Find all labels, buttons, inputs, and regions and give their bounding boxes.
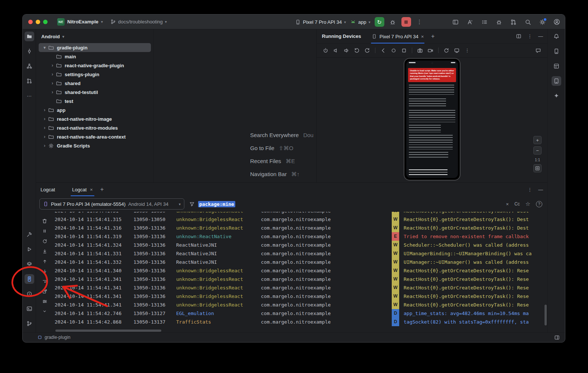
- emulator-phone-display[interactable]: Unable to load script. Make sure you're …: [404, 58, 461, 181]
- zoom-out-button[interactable]: −: [533, 146, 542, 155]
- zoom-in-button[interactable]: +: [533, 136, 542, 144]
- logcat-device-selector[interactable]: Pixel 7 Pro API 34 (emulator-5554) Andro…: [39, 198, 184, 210]
- notifications-bell-icon[interactable]: [552, 32, 561, 41]
- build-tool-button[interactable]: [25, 230, 34, 239]
- more-run-actions-button[interactable]: ⋮: [415, 17, 424, 26]
- chevron-down-icon[interactable]: ▾: [42, 45, 48, 50]
- android-back-button-icon[interactable]: [379, 46, 387, 55]
- pause-logcat-icon[interactable]: [41, 228, 48, 234]
- add-device-tab-button[interactable]: +: [431, 33, 434, 40]
- logcat-tab[interactable]: Logcat ×: [68, 183, 97, 196]
- project-tool-button[interactable]: [25, 32, 34, 41]
- restart-logcat-icon[interactable]: [41, 238, 48, 244]
- clear-filter-icon[interactable]: ×: [506, 201, 509, 207]
- ai-assistant-icon[interactable]: [466, 18, 474, 26]
- previous-occurrence-icon[interactable]: [41, 258, 48, 265]
- editor-area[interactable]: Search EverywhereDouGo to File⇧⌘ORecent …: [154, 29, 317, 182]
- logcat-row[interactable]: 2024-10-14 11:54:41.32413050-13136ReactN…: [55, 241, 545, 249]
- tree-item-gradle-plugin[interactable]: ▾gradle-plugin: [39, 43, 151, 52]
- logcat-row[interactable]: 2024-10-14 11:54:42.86813050-13137Traffi…: [55, 318, 545, 326]
- chevron-right-icon[interactable]: ›: [49, 63, 55, 68]
- logcat-row[interactable]: 2024-10-14 11:54:41.34113050-13136unknow…: [55, 301, 545, 309]
- soft-wrap-icon[interactable]: [41, 278, 48, 285]
- terminal-tool-button[interactable]: [25, 304, 34, 314]
- help-icon[interactable]: ?: [536, 201, 542, 207]
- tree-item-app[interactable]: ›app: [39, 106, 151, 114]
- logcat-filter-input[interactable]: package:mine: [189, 198, 506, 210]
- chevron-right-icon[interactable]: ›: [49, 72, 55, 77]
- screen-record-icon[interactable]: [426, 46, 434, 55]
- close-icon[interactable]: ×: [90, 187, 93, 192]
- project-view-selector[interactable]: Android ▾: [36, 32, 154, 43]
- rerun-button[interactable]: ↻: [375, 17, 384, 27]
- more-tool-windows-button[interactable]: ⋯: [25, 91, 34, 101]
- rotate-left-icon[interactable]: [353, 46, 361, 55]
- logcat-row[interactable]: 2024-10-14 11:54:41.34113050-13136unknow…: [55, 275, 545, 283]
- gemini-sparkle-icon[interactable]: [552, 91, 561, 101]
- snapshot-restore-icon[interactable]: [442, 46, 450, 55]
- chevron-right-icon[interactable]: ›: [42, 116, 48, 121]
- tree-item-react-native-gradle-plugin[interactable]: ›react-native-gradle-plugin: [39, 61, 151, 70]
- device-explorer-tool-button[interactable]: [552, 46, 561, 56]
- rotate-right-icon[interactable]: [363, 46, 371, 55]
- tree-item-shared[interactable]: ›shared: [39, 79, 151, 88]
- logcat-row[interactable]: 2024-10-14 11:54:41.3113050-13050unknown…: [55, 212, 545, 215]
- project-selector[interactable]: NE NitroExample ▾: [57, 18, 103, 26]
- account-avatar-icon[interactable]: [553, 18, 560, 26]
- close-window-button[interactable]: [28, 20, 33, 24]
- clear-logcat-trash-icon[interactable]: [41, 218, 48, 224]
- structure-tool-button[interactable]: [25, 61, 34, 71]
- version-control-tool-button[interactable]: [25, 319, 34, 328]
- services-tool-button[interactable]: [25, 259, 34, 269]
- logcat-row[interactable]: 2024-10-14 11:54:41.34013050-13136unknow…: [55, 266, 545, 275]
- logcat-row[interactable]: 2024-10-14 11:54:41.31613050-13136unknow…: [55, 224, 545, 232]
- zoom-fit-button[interactable]: [533, 164, 542, 172]
- match-case-toggle[interactable]: Cc: [514, 201, 520, 207]
- running-devices-tool-button[interactable]: [552, 76, 561, 86]
- more-side-actions-chevron-icon[interactable]: [41, 308, 48, 315]
- logcat-row[interactable]: 2024-10-14 11:54:42.74613050-13127EGL_em…: [55, 309, 545, 318]
- minimize-panel-icon[interactable]: —: [538, 33, 543, 39]
- screenshot-camera-icon[interactable]: [416, 46, 424, 55]
- emulator-screen[interactable]: Unable to load script. Make sure you're …: [406, 61, 458, 178]
- panel-options-icon[interactable]: ⋮: [527, 33, 532, 39]
- next-occurrence-icon[interactable]: [41, 268, 48, 275]
- volume-up-icon[interactable]: [342, 46, 350, 55]
- tree-item-main[interactable]: main: [39, 52, 151, 61]
- run-config-selector[interactable]: app ▾: [350, 19, 371, 25]
- device-selector[interactable]: Pixel 7 Pro API 34 ▾: [295, 19, 346, 25]
- volume-down-icon[interactable]: [332, 46, 340, 55]
- vcs-branch-selector[interactable]: docs/troubleshooting ▾: [110, 19, 167, 25]
- tree-item-react-native-nitro-modules[interactable]: ›react-native-nitro-modules: [39, 123, 151, 132]
- favorite-filter-star-icon[interactable]: ☆: [526, 201, 530, 207]
- split-panel-icon[interactable]: [516, 33, 521, 39]
- todo-list-icon[interactable]: [481, 18, 488, 26]
- logcat-settings-sliders-icon[interactable]: [41, 298, 48, 305]
- close-icon[interactable]: ×: [421, 34, 424, 39]
- scroll-to-end-icon[interactable]: [41, 248, 48, 254]
- device-more-actions-icon[interactable]: ⋮: [463, 46, 471, 55]
- tree-item-settings-plugin[interactable]: ›settings-plugin: [39, 70, 151, 79]
- logcat-row[interactable]: 2024-10-14 11:54:41.33113050-13136ReactN…: [55, 249, 545, 258]
- panel-options-icon[interactable]: ⋮: [527, 187, 532, 192]
- logcat-row[interactable]: 2024-10-14 11:54:41.34113050-13136unknow…: [55, 292, 545, 301]
- chevron-right-icon[interactable]: ›: [49, 90, 55, 95]
- problems-bug-icon[interactable]: [495, 18, 503, 26]
- device-tab[interactable]: Pixel 7 Pro API 34 ×: [368, 29, 427, 43]
- minimize-window-button[interactable]: [36, 20, 40, 24]
- run-tool-button[interactable]: [25, 244, 34, 254]
- vertical-scrollbar[interactable]: [545, 305, 547, 325]
- device-feedback-icon[interactable]: [534, 46, 542, 55]
- pull-requests-tool-button[interactable]: [25, 76, 34, 86]
- chevron-right-icon[interactable]: ›: [42, 143, 48, 148]
- logcat-rows[interactable]: 2024-10-14 11:54:41.3113050-13050unknown…: [55, 212, 545, 329]
- android-overview-button-icon[interactable]: [400, 46, 408, 55]
- display-mode-icon[interactable]: [453, 46, 461, 55]
- chevron-right-icon[interactable]: ›: [49, 81, 55, 86]
- problems-tool-button[interactable]: [25, 289, 34, 299]
- pull-request-icon[interactable]: [510, 18, 517, 26]
- android-home-button-icon[interactable]: [390, 46, 398, 55]
- logcat-row[interactable]: 2024-10-14 11:54:41.31913050-13136unknow…: [55, 232, 545, 241]
- power-button-icon[interactable]: [322, 46, 330, 55]
- commit-tool-button[interactable]: [25, 46, 34, 56]
